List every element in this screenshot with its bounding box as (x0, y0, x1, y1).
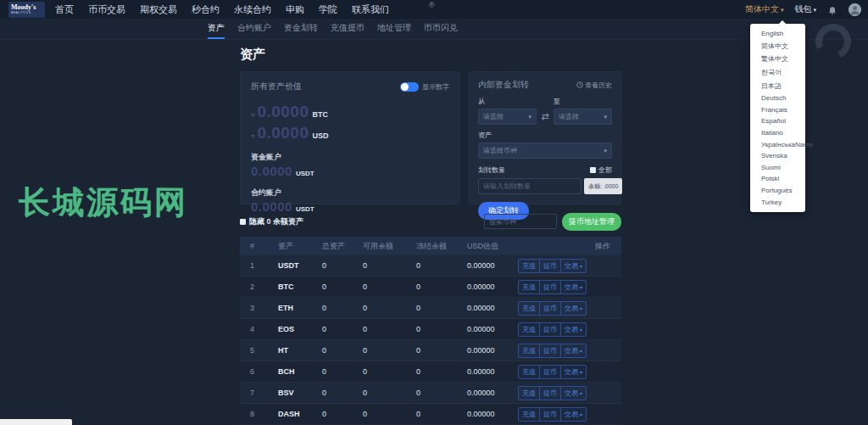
to-account-select[interactable]: 请选择▾ (554, 109, 612, 125)
table-row: 3 ETH 0 0 0 0.00000 充值 提币 交易▾ (240, 298, 621, 319)
swap-accounts-icon[interactable]: ⇄ (537, 111, 554, 125)
deposit-button[interactable]: 充值 (518, 386, 540, 400)
coin-name: BCH (278, 367, 322, 376)
subnav-tab[interactable]: 充值提币 (331, 19, 364, 39)
main-nav-item[interactable]: 首页 (55, 3, 74, 16)
asset-label: 资产 (478, 131, 612, 140)
deposit-button[interactable]: 充值 (518, 407, 540, 422)
wallet-menu[interactable]: 钱包▾ (794, 3, 816, 15)
site-watermark: 长城源码网 (19, 182, 188, 224)
total-assets-cell: 0 (322, 325, 363, 333)
contract-account-label: 合约账户 (251, 187, 449, 199)
frozen-balance-cell: 0 (416, 410, 467, 418)
language-option[interactable]: Español (750, 115, 805, 127)
hide-zero-checkbox[interactable]: 隐藏 0 余额资产 (240, 216, 303, 227)
table-toolbar: 隐藏 0 余额资产 提币地址管理 (240, 213, 621, 230)
main-nav-item[interactable]: 币币交易 (88, 3, 125, 16)
subnav-tab[interactable]: 合约账户 (237, 19, 271, 39)
language-option[interactable]: Italiano (750, 127, 805, 139)
deposit-button[interactable]: 充值 (518, 301, 540, 316)
language-option[interactable]: Deutsch (750, 92, 805, 104)
language-option[interactable]: Polski (750, 173, 805, 185)
transfer-amount-input[interactable] (478, 178, 581, 194)
row-index: 4 (250, 325, 278, 333)
trade-button[interactable]: 交易▾ (560, 280, 587, 294)
assets-table: # 资产 总资产 可用余额 冻结余额 USD估值 操作 1 USDT 0 0 0… (240, 237, 621, 425)
balance-chip: 余额: .0000 (584, 178, 622, 194)
language-option[interactable]: 日本語 (750, 79, 805, 92)
language-dropdown: English 简体中文 繁体中文 한국어 日本語 Deutsch França… (750, 24, 805, 212)
user-avatar[interactable] (849, 3, 861, 16)
main-nav-item[interactable]: 秒合约 (192, 3, 220, 16)
frozen-balance-cell: 0 (416, 261, 467, 270)
coin-name: HT (278, 346, 322, 355)
approx-sign: ≈ (251, 111, 254, 119)
show-numbers-toggle[interactable] (400, 82, 419, 92)
row-index: 7 (250, 389, 278, 397)
trade-button[interactable]: 交易▾ (560, 322, 587, 337)
subnav-tab[interactable]: 币币闪兑 (424, 19, 458, 39)
subnav-tab[interactable]: 资产 (208, 19, 225, 39)
notification-bell-icon[interactable] (827, 4, 837, 14)
deposit-button[interactable]: 充值 (518, 280, 540, 294)
trade-button[interactable]: 交易▾ (560, 386, 587, 400)
search-coin-input[interactable] (484, 214, 557, 229)
trade-button[interactable]: 交易▾ (560, 407, 587, 422)
from-account-select[interactable]: 请选择▾ (478, 109, 537, 125)
row-index: 6 (250, 367, 278, 376)
total-btc-value: 0.0000 (257, 103, 309, 121)
btc-unit-label: BTC (313, 110, 329, 119)
trade-button[interactable]: 交易▾ (560, 365, 587, 379)
row-index: 1 (250, 261, 278, 270)
language-option[interactable]: Svenska (750, 150, 805, 162)
deposit-button[interactable]: 充值 (518, 344, 540, 358)
withdraw-button[interactable]: 提币 (539, 344, 561, 358)
frozen-balance-cell: 0 (416, 367, 467, 376)
topbar-right-cluster: 简体中文▾ 钱包▾ (745, 3, 861, 16)
brand-logo[interactable]: Moody's ANALYTICS (8, 2, 45, 18)
language-option[interactable]: Português (750, 185, 805, 197)
row-actions: 充值 提币 交易▾ (518, 301, 621, 316)
main-nav-item[interactable]: 申购 (286, 3, 304, 16)
deposit-button[interactable]: 充值 (518, 365, 540, 379)
frozen-balance-cell: 0 (416, 389, 467, 397)
withdraw-button[interactable]: 提币 (539, 365, 561, 379)
language-option[interactable]: 한국어 (750, 66, 805, 80)
deposit-button[interactable]: 充值 (518, 259, 540, 273)
main-nav-item[interactable]: 期权交易 (140, 3, 177, 16)
main-nav-item[interactable]: 学院 (319, 3, 337, 16)
coin-name: USDT (278, 261, 322, 270)
language-option[interactable]: 简体中文 (750, 40, 805, 53)
coin-select[interactable]: 请选择币种▾ (478, 143, 612, 159)
subnav-tabs: 资产 合约账户 资金划转 充值提币 地址管理 币币闪兑 (208, 19, 458, 39)
subnav-tab[interactable]: 资金划转 (284, 19, 318, 39)
row-actions: 充值 提币 交易▾ (518, 322, 621, 337)
withdraw-button[interactable]: 提币 (539, 322, 561, 337)
coin-name: BTC (278, 282, 322, 291)
language-option[interactable]: Turkey (750, 196, 805, 208)
deposit-button[interactable]: 充值 (518, 322, 540, 337)
view-history-link[interactable]: 查看历史 (576, 81, 612, 90)
language-option[interactable]: English (750, 28, 805, 40)
withdraw-button[interactable]: 提币 (539, 280, 561, 294)
withdraw-button[interactable]: 提币 (539, 386, 561, 400)
transfer-all-checkbox[interactable]: 全部 (590, 165, 612, 175)
amount-label: 划转数量 (478, 165, 505, 175)
trade-button[interactable]: 交易▾ (560, 301, 587, 316)
language-option[interactable]: Suomi (750, 162, 805, 174)
main-nav-item[interactable]: 联系我们 (352, 3, 389, 16)
language-option[interactable]: 繁体中文 (750, 53, 805, 66)
withdraw-button[interactable]: 提币 (539, 259, 561, 273)
withdraw-button[interactable]: 提币 (539, 301, 561, 316)
table-row: 4 EOS 0 0 0 0.00000 充值 提币 交易▾ (240, 319, 621, 340)
trade-button[interactable]: 交易▾ (560, 259, 587, 273)
subnav-tab[interactable]: 地址管理 (377, 19, 411, 39)
trade-button[interactable]: 交易▾ (560, 344, 587, 358)
chevron-down-icon: ▾ (813, 7, 816, 13)
main-nav-item[interactable]: 永续合约 (234, 3, 271, 16)
withdraw-address-manage-button[interactable]: 提币地址管理 (562, 213, 621, 231)
language-option[interactable]: Français (750, 104, 805, 116)
language-selector[interactable]: 简体中文▾ (745, 3, 784, 15)
language-option[interactable]: УкраїнськаName (750, 138, 805, 150)
withdraw-button[interactable]: 提币 (539, 407, 561, 422)
